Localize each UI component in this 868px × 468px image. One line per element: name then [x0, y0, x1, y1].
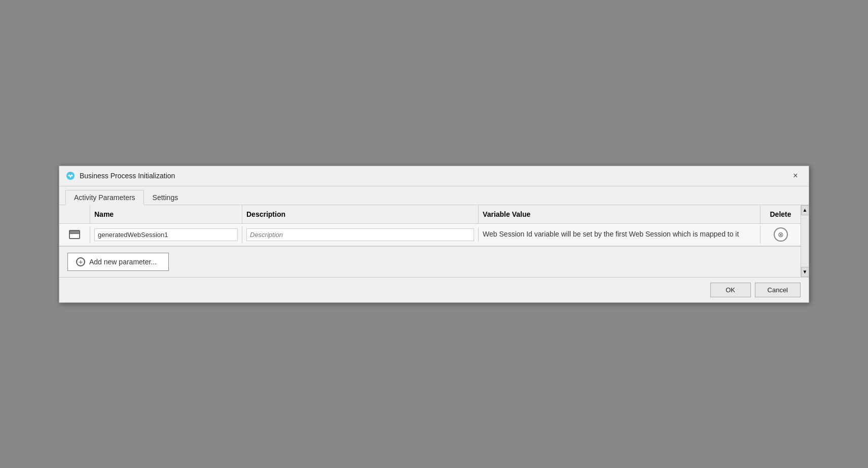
scrollbar-track: ▲ ▼	[801, 205, 809, 277]
variable-value-text: Web Session Id variable will be set by t…	[483, 230, 739, 238]
tab-settings[interactable]: Settings	[144, 190, 187, 205]
title-bar-left: Business Process Initialization	[65, 171, 175, 181]
col-variable-header: Variable Value	[478, 205, 760, 223]
col-name-header: Name	[90, 205, 242, 223]
close-button[interactable]: ×	[788, 169, 803, 183]
row-delete-cell: ⊗	[760, 225, 801, 244]
cancel-button[interactable]: Cancel	[755, 283, 801, 297]
delete-button[interactable]: ⊗	[774, 227, 788, 242]
table-header: Name Description Variable Value Delete	[59, 205, 801, 224]
add-parameter-button[interactable]: + Add new parameter...	[67, 253, 169, 271]
delete-x-icon: ⊗	[778, 231, 784, 238]
add-parameter-label: Add new parameter...	[89, 258, 157, 266]
table-footer: + Add new parameter...	[59, 246, 801, 277]
window-icon	[69, 230, 80, 239]
col-icon-header	[59, 205, 90, 223]
col-delete-header: Delete	[760, 205, 801, 223]
title-bar: Business Process Initialization ×	[59, 166, 809, 186]
col-description-header: Description	[242, 205, 478, 223]
row-variable-cell: Web Session Id variable will be set by t…	[478, 227, 760, 242]
description-input[interactable]	[246, 228, 474, 241]
name-input[interactable]	[94, 228, 238, 241]
scrollbar-up-button[interactable]: ▲	[801, 205, 809, 215]
uipath-icon	[65, 171, 76, 181]
table-row: Web Session Id variable will be set by t…	[59, 224, 801, 246]
scrollbar-down-button[interactable]: ▼	[801, 267, 809, 277]
dialog-footer: OK Cancel	[59, 277, 809, 302]
row-name-cell	[90, 226, 242, 243]
add-circle-icon: +	[76, 257, 85, 266]
row-icon-cell	[59, 226, 90, 243]
dialog: Business Process Initialization × Activi…	[59, 166, 809, 303]
tabs-container: Activity Parameters Settings	[59, 186, 809, 205]
dialog-title: Business Process Initialization	[80, 172, 175, 180]
tab-activity-parameters[interactable]: Activity Parameters	[65, 190, 144, 205]
main-content: Name Description Variable Value Delete W…	[59, 205, 801, 277]
ok-button[interactable]: OK	[710, 283, 751, 297]
row-description-cell	[242, 226, 478, 243]
